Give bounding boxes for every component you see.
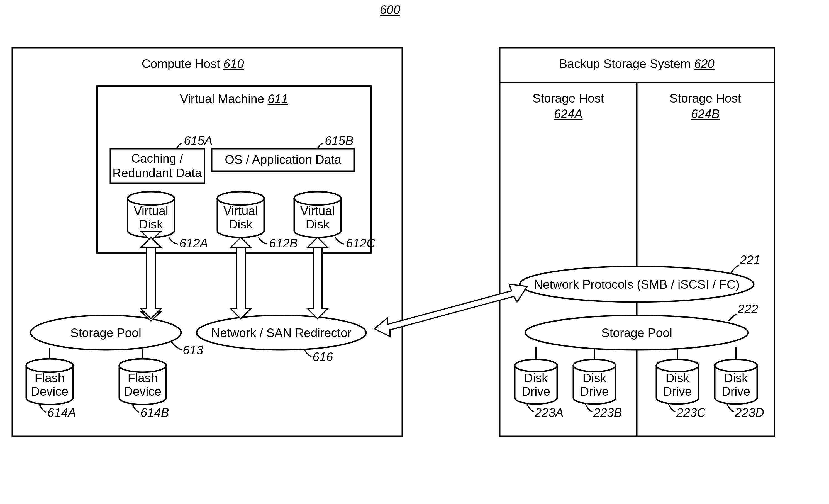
arrow-vdc-redir [308,238,328,319]
vdisk-c: Virtual Disk [294,192,341,238]
vdisk-c-t1: Virtual [300,204,335,218]
vdisk-b: Virtual Disk [217,192,264,238]
arrow-redir-netproto [374,284,527,336]
dd-b: Disk Drive [573,359,616,404]
dd-a: Disk Drive [515,359,557,404]
vm-ref: 611 [268,92,288,106]
flash-a-l1: Flash [35,371,65,385]
osdata-leader [318,143,323,149]
flash-b-ref: 614B [140,406,169,419]
svg-point-1 [128,192,174,205]
compute-host-ref: 610 [223,57,244,71]
dd-a-ref: 223A [535,406,564,419]
dd-d-l1: Disk [724,371,748,385]
vdisk-b-t1: Virtual [223,204,258,218]
vdisk-b-leader [258,238,267,244]
flash-a-ref: 614A [47,406,76,419]
svg-point-5 [294,192,341,205]
arrow-vdb-redir [231,238,251,319]
svg-point-12 [515,359,557,372]
dd-c-l2: Drive [663,385,692,398]
pool-right-ref: 222 [737,302,758,316]
diagram-root: 600 Compute Host 610 Virtual Machine 611… [0,0,829,504]
netproto-label: Network Protocols (SMB / iSCSI / FC) [534,278,740,291]
svg-point-7 [26,359,73,372]
vdisk-c-leader [335,238,344,244]
netproto-leader [731,265,739,273]
vdisk-a: Virtual Disk [128,192,174,238]
caching-line2: Redundant Data [112,166,202,180]
dd-c-l1: Disk [665,371,690,385]
dd-d-ref: 223D [734,406,764,419]
vdisk-b-t2: Disk [229,217,253,231]
caching-ref: 615A [184,134,213,147]
redirector-label: Network / SAN Redirector [211,326,352,339]
vdisk-a-t1: Virtual [134,204,168,218]
vm-title-text: Virtual Machine [180,92,264,106]
osdata-label: OS / Application Data [225,153,341,166]
figure-number: 600 [380,3,400,16]
dd-a-leader [527,404,534,412]
vdisk-a-leader [169,238,178,244]
flash-b-l2: Device [124,385,161,398]
dd-b-l2: Drive [580,385,609,398]
shost-a-ref: 624A [554,107,583,121]
dd-b-l1: Disk [582,371,607,385]
flash-a-l2: Device [31,385,69,398]
svg-point-14 [573,359,616,372]
compute-host-title: Compute Host 610 [142,57,244,71]
dd-b-leader [585,404,592,412]
vdisk-c-t2: Disk [305,217,330,231]
vdisk-b-ref: 612B [269,236,298,250]
redirector-leader [303,349,312,357]
dd-a-l2: Drive [522,385,550,398]
backup-title-text: Backup Storage System [559,57,691,71]
dd-c-ref: 223C [676,406,706,419]
flash-b-l1: Flash [128,371,158,385]
vdisk-a-t2: Disk [139,217,163,231]
svg-point-9 [119,359,166,372]
vm-title: Virtual Machine 611 [180,92,288,106]
pool-left-leader [172,342,182,350]
flash-b: Flash Device [119,359,166,404]
dd-c-leader [669,404,675,412]
caching-line1: Caching / [131,151,183,165]
flash-b-leader [133,404,139,412]
storage-pool-right-label: Storage Pool [602,326,672,339]
dd-d: Disk Drive [715,359,757,404]
shost-b-title: Storage Host [670,92,741,105]
dd-b-ref: 223B [593,406,622,419]
dd-c: Disk Drive [656,359,699,404]
redirector-ref: 616 [313,350,333,364]
flash-a: Flash Device [26,359,73,404]
osdata-ref: 615B [325,134,354,147]
netproto-ref: 221 [740,253,760,266]
backup-title: Backup Storage System 620 [559,57,715,71]
svg-point-16 [656,359,699,372]
svg-point-18 [715,359,757,372]
svg-point-3 [217,192,264,205]
pool-left-ref: 613 [183,343,203,357]
vdisk-a-ref: 612A [179,236,208,250]
shost-a-title: Storage Host [533,92,604,105]
caching-leader [177,143,182,149]
dd-d-l2: Drive [722,385,751,398]
dd-d-leader [727,404,734,412]
backup-ref: 620 [694,57,715,71]
arrow-vda-pool [141,238,161,319]
dd-a-l1: Disk [524,371,548,385]
compute-host-title-text: Compute Host [142,57,220,71]
shost-b-ref: 624B [691,107,720,121]
storage-pool-left-label: Storage Pool [70,326,141,339]
pool-right-leader [729,314,736,321]
vdisk-c-ref: 612C [346,236,375,250]
flash-a-leader [40,404,46,412]
